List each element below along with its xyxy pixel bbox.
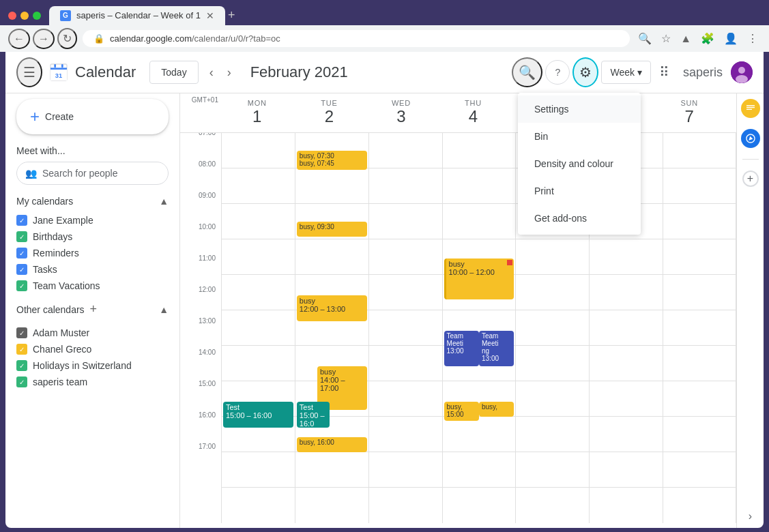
calendar-item-adam[interactable]: ✓ Adam Muster — [16, 325, 169, 341]
event-thu-busy-2[interactable]: busy, — [479, 402, 514, 417]
other-calendars-section: Other calendars + ▲ ✓ Adam Muster ✓ Chan… — [16, 299, 169, 390]
calendar-item-vacations[interactable]: ✓ Team Vacations — [16, 278, 169, 294]
puzzle-icon[interactable]: 🧩 — [698, 29, 717, 48]
my-calendars-title: My calendars — [16, 196, 73, 207]
calendar-checkbox-adam[interactable]: ✓ — [16, 327, 27, 338]
search-people-input[interactable]: 👥 Search for people — [16, 162, 169, 185]
calendar-item-birthdays[interactable]: ✓ Birthdays — [16, 228, 169, 245]
time-label-1300: 13:00 — [180, 317, 221, 353]
calendar-label-adam: Adam Muster — [33, 327, 89, 338]
event-thu-team-meeting-2[interactable]: Team Meeti ng 13:00 — [479, 331, 514, 366]
time-label-1100: 11:00 — [180, 254, 221, 290]
star-icon[interactable]: ☆ — [658, 29, 673, 48]
event-tue-busy-730[interactable]: busy, 07:30 busy, 07:45 — [297, 151, 367, 170]
thu-column: busy 10:00 – 12:00 Team Meeti 13:00 — [442, 133, 516, 523]
event-thu-busy-1000[interactable]: busy 10:00 – 12:00 — [444, 258, 514, 299]
apps-button[interactable]: ⠿ — [654, 59, 675, 86]
grid-scroll[interactable]: 07:00 08:00 09:00 10:00 11:00 12:00 13:0… — [180, 133, 736, 528]
app-name: Calendar — [75, 63, 136, 81]
profile-icon[interactable]: ▲ — [678, 30, 694, 48]
day-header-thu: THU 4 — [437, 93, 510, 132]
calendar-item-jane[interactable]: ✓ Jane Example — [16, 212, 169, 228]
calendar-item-holidays[interactable]: ✓ Holidays in Switzerland — [16, 357, 169, 374]
calendar-item-tasks[interactable]: ✓ Tasks — [16, 261, 169, 278]
view-selector[interactable]: Week ▾ — [601, 61, 651, 84]
event-tue-busy-1600[interactable]: busy, 16:00 — [297, 437, 367, 452]
url-display: calendar.google.com/calendar/u/0/r?tab=o… — [110, 33, 280, 44]
address-bar[interactable]: 🔒 calendar.google.com/calendar/u/0/r?tab… — [83, 30, 630, 47]
calendar-checkbox-reminders[interactable]: ✓ — [16, 248, 27, 258]
dropdown-item-bin[interactable]: Bin — [518, 123, 641, 150]
user-avatar[interactable] — [731, 61, 753, 83]
extensions-icon[interactable]: 🔍 — [635, 29, 654, 48]
calendar-checkbox-tasks[interactable]: ✓ — [16, 264, 27, 275]
tab-close-button[interactable]: ✕ — [206, 10, 214, 21]
calendar-checkbox-saperis[interactable]: ✓ — [16, 376, 27, 387]
current-time-indicator — [507, 260, 512, 265]
more-icon[interactable]: ⋮ — [744, 29, 761, 48]
calendar-label-reminders: Reminders — [33, 248, 79, 258]
other-calendars-header[interactable]: Other calendars + ▲ — [16, 299, 169, 319]
event-tue-busy-930[interactable]: busy, 09:30 — [297, 222, 367, 237]
compass-icon[interactable] — [741, 129, 760, 148]
calendar-item-chanel[interactable]: ✓ Chanel Greco — [16, 341, 169, 357]
tue-column: busy, 07:30 busy, 07:45 busy, 09:30 busy… — [295, 133, 368, 523]
back-button[interactable]: ← — [8, 29, 30, 49]
prev-period-button[interactable]: ‹ — [204, 60, 219, 85]
new-tab-button[interactable]: + — [225, 5, 238, 25]
dropdown-item-addons[interactable]: Get add-ons — [518, 205, 641, 232]
calendar-checkbox-chanel[interactable]: ✓ — [16, 344, 27, 355]
event-thu-busy-1500[interactable]: busy, 15:00 — [444, 402, 479, 421]
active-browser-tab[interactable]: G saperis – Calendar – Week of 1 ✕ — [49, 6, 225, 25]
dropdown-item-settings[interactable]: Settings — [518, 95, 641, 123]
calendar-logo-icon: 31 — [48, 61, 70, 83]
meet-section: Meet with... 👥 Search for people — [16, 145, 169, 185]
calendar-item-reminders[interactable]: ✓ Reminders — [16, 245, 169, 261]
tab-favicon: G — [60, 10, 71, 21]
expand-right-panel-icon[interactable]: › — [749, 510, 752, 522]
reload-button[interactable]: ↻ — [57, 28, 77, 49]
today-button[interactable]: Today — [149, 61, 198, 84]
forward-button[interactable]: → — [33, 29, 55, 49]
calendar-item-saperis[interactable]: ✓ saperis team — [16, 374, 169, 390]
calendar-checkbox-jane[interactable]: ✓ — [16, 215, 27, 226]
calendar-label-tasks: Tasks — [33, 264, 57, 275]
maximize-traffic-light[interactable] — [33, 12, 41, 20]
time-label-1400: 14:00 — [180, 349, 221, 384]
create-plus-icon: + — [30, 107, 40, 126]
dropdown-item-print[interactable]: Print — [518, 177, 641, 205]
create-button[interactable]: + Create — [16, 99, 169, 134]
calendar-checkbox-holidays[interactable]: ✓ — [16, 360, 27, 371]
event-tue-test[interactable]: Test 15:00 – 16:0 — [297, 402, 330, 428]
account-icon[interactable]: 👤 — [721, 29, 740, 48]
tab-title: saperis – Calendar – Week of 1 — [76, 10, 201, 20]
calendar-checkbox-birthdays[interactable]: ✓ — [16, 231, 27, 242]
close-traffic-light[interactable] — [8, 12, 16, 20]
add-other-calendar-button[interactable]: + — [87, 299, 100, 319]
minimize-traffic-light[interactable] — [20, 12, 29, 20]
event-mon-test[interactable]: Test 15:00 – 16:00 — [223, 402, 293, 428]
meet-title: Meet with... — [16, 145, 169, 156]
calendar-checkbox-vacations[interactable]: ✓ — [16, 280, 27, 291]
time-label-900: 09:00 — [180, 192, 221, 227]
my-calendars-header[interactable]: My calendars ▲ — [16, 196, 169, 207]
svg-rect-6 — [61, 64, 63, 68]
notes-icon[interactable] — [741, 99, 760, 118]
svg-rect-5 — [54, 64, 56, 68]
next-period-button[interactable]: › — [222, 60, 237, 85]
search-button[interactable]: 🔍 — [512, 57, 542, 87]
hamburger-button[interactable]: ☰ — [16, 57, 42, 87]
event-thu-team-meeting-1[interactable]: Team Meeti 13:00 — [444, 331, 479, 366]
other-calendars-title: Other calendars — [16, 304, 85, 315]
event-tue-busy-1200[interactable]: busy 12:00 – 13:00 — [297, 295, 367, 321]
current-period-title: February 2021 — [250, 63, 348, 81]
add-side-button[interactable]: + — [742, 171, 759, 187]
dropdown-item-density[interactable]: Density and colour — [518, 150, 641, 177]
settings-button[interactable]: ⚙ — [572, 57, 598, 87]
help-button[interactable]: ? — [545, 60, 570, 85]
other-header-inner: Other calendars + — [16, 299, 100, 319]
my-calendars-collapse-icon: ▲ — [159, 196, 169, 207]
day-header-tue: TUE 2 — [293, 93, 366, 132]
calendar-label-vacations: Team Vacations — [33, 280, 100, 291]
browser-top-bar: G saperis – Calendar – Week of 1 ✕ + — [0, 0, 769, 25]
